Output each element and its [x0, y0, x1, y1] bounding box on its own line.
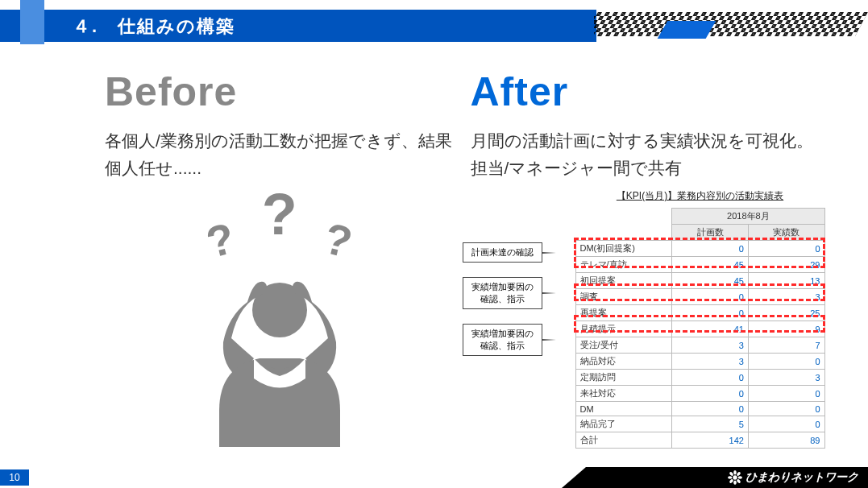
table-row: DM(初回提案)00 — [575, 241, 824, 257]
plan-cell: 0 — [672, 402, 749, 416]
header-blue-accent — [658, 21, 716, 39]
actual-cell: 0 — [748, 241, 824, 257]
row-label-cell: 定期訪問 — [575, 370, 672, 386]
person-head-in-hands-icon — [183, 262, 376, 447]
svg-point-3 — [733, 481, 737, 485]
footer-brand-bar: ひまわりネットワーク — [562, 467, 868, 488]
table-row: 再提案025 — [575, 305, 824, 321]
table-row: 納品対応30 — [575, 354, 824, 370]
actual-cell: 3 — [748, 289, 824, 305]
header-checker-decor — [594, 12, 868, 36]
table-row: テレマ/直訪4529 — [575, 257, 824, 273]
plan-cell: 3 — [672, 337, 749, 354]
before-description: 各個人/業務別の活動工数が把握できず、結果個人任せ...... — [105, 127, 455, 181]
actual-cell: 13 — [748, 273, 824, 289]
table-row: 調査03 — [575, 289, 824, 305]
table-row: DM00 — [575, 402, 824, 416]
svg-point-8 — [729, 478, 733, 483]
plan-cell: 5 — [672, 416, 749, 432]
svg-point-6 — [729, 471, 733, 476]
plan-cell: 41 — [672, 321, 749, 337]
after-table-area: 計画未達の確認 実績増加要因の 確認、指示 実績増加要因の 確認、指示 【KPI… — [471, 189, 820, 449]
actual-cell: 0 — [748, 416, 824, 432]
callout-box: 実績増加要因の 確認、指示 — [463, 277, 542, 309]
actual-cell: 3 — [748, 370, 824, 386]
actual-cell: 0 — [748, 354, 824, 370]
plan-cell: 0 — [672, 241, 749, 257]
after-heading: After — [471, 68, 820, 115]
table-caption: 【KPI(当月)】業務内容別の活動実績表 — [575, 189, 825, 203]
row-label-cell: 調査 — [575, 289, 672, 305]
row-label-cell: 納品対応 — [575, 354, 672, 370]
plan-cell: 0 — [672, 305, 749, 321]
slide-footer: 10 ひまわりネットワーク — [0, 467, 868, 488]
table-plan-header: 計画数 — [672, 225, 749, 241]
svg-point-2 — [733, 470, 737, 474]
svg-point-5 — [738, 476, 742, 479]
plan-cell: 142 — [672, 432, 749, 449]
row-label-cell: 来社対応 — [575, 386, 672, 402]
callout-box: 実績増加要因の 確認、指示 — [463, 324, 542, 356]
table-row: 初回提案4513 — [575, 273, 824, 289]
header-accent-box — [20, 0, 44, 44]
svg-point-9 — [736, 478, 741, 483]
callout-stack: 計画未達の確認 実績増加要因の 確認、指示 実績増加要因の 確認、指示 — [463, 242, 542, 356]
row-label-cell: 受注/受付 — [575, 337, 672, 354]
table-row: 合計14289 — [575, 432, 824, 449]
actual-cell: 29 — [748, 257, 824, 273]
row-label-cell: DM — [575, 402, 672, 416]
question-marks: ? ? ? — [159, 181, 401, 247]
table-row: 来社対応00 — [575, 386, 824, 402]
row-label-cell: 合計 — [575, 432, 672, 449]
slide-header: ４. 仕組みの構築 — [0, 0, 868, 48]
row-label-cell: 納品完了 — [575, 416, 672, 432]
table-actual-header: 実績数 — [748, 225, 824, 241]
plan-cell: 0 — [672, 289, 749, 305]
sunflower-logo-icon — [728, 470, 742, 485]
table-period-header: 2018年8月 — [672, 209, 824, 225]
plan-cell: 45 — [672, 257, 749, 273]
row-label-cell: 初回提案 — [575, 273, 672, 289]
confused-person-figure: ? ? ? — [159, 189, 401, 447]
question-mark-icon: ? — [262, 181, 297, 247]
plan-cell: 0 — [672, 370, 749, 386]
plan-cell: 3 — [672, 354, 749, 370]
plan-cell: 45 — [672, 273, 749, 289]
before-heading: Before — [105, 68, 455, 115]
actual-cell: 9 — [748, 321, 824, 337]
svg-point-1 — [733, 475, 737, 479]
callout-box: 計画未達の確認 — [463, 242, 542, 263]
actual-cell: 7 — [748, 337, 824, 354]
after-description: 月間の活動計画に対する実績状況を可視化。担当/マネージャー間で共有 — [471, 127, 820, 181]
actual-cell: 89 — [748, 432, 824, 449]
table-row: 定期訪問03 — [575, 370, 824, 386]
table-row: 納品完了50 — [575, 416, 824, 432]
svg-point-4 — [728, 476, 732, 479]
kpi-table-wrapper: 【KPI(当月)】業務内容別の活動実績表 2018年8月 計画数 実績数 DM(… — [575, 189, 825, 449]
before-column: Before 各個人/業務別の活動工数が把握できず、結果個人任せ...... ?… — [105, 68, 455, 449]
row-label-cell: 再提案 — [575, 305, 672, 321]
plan-cell: 0 — [672, 386, 749, 402]
row-label-cell: DM(初回提案) — [575, 241, 672, 257]
kpi-table: 2018年8月 計画数 実績数 DM(初回提案)00テレマ/直訪4529初回提案… — [575, 208, 825, 449]
footer-brand-text: ひまわりネットワーク — [745, 470, 858, 485]
row-label-cell: テレマ/直訪 — [575, 257, 672, 273]
question-mark-icon: ? — [319, 213, 357, 267]
row-label-cell: 見積提示 — [575, 321, 672, 337]
question-mark-icon: ? — [201, 213, 239, 267]
after-column: After 月間の活動計画に対する実績状況を可視化。担当/マネージャー間で共有 … — [471, 68, 820, 449]
table-row: 見積提示419 — [575, 321, 824, 337]
actual-cell: 0 — [748, 402, 824, 416]
page-number: 10 — [0, 469, 29, 486]
actual-cell: 25 — [748, 305, 824, 321]
slide-title: ４. 仕組みの構築 — [73, 14, 235, 39]
actual-cell: 0 — [748, 386, 824, 402]
content-area: Before 各個人/業務別の活動工数が把握できず、結果個人任せ...... ?… — [0, 48, 868, 449]
table-row: 受注/受付37 — [575, 337, 824, 354]
svg-point-7 — [736, 471, 741, 476]
